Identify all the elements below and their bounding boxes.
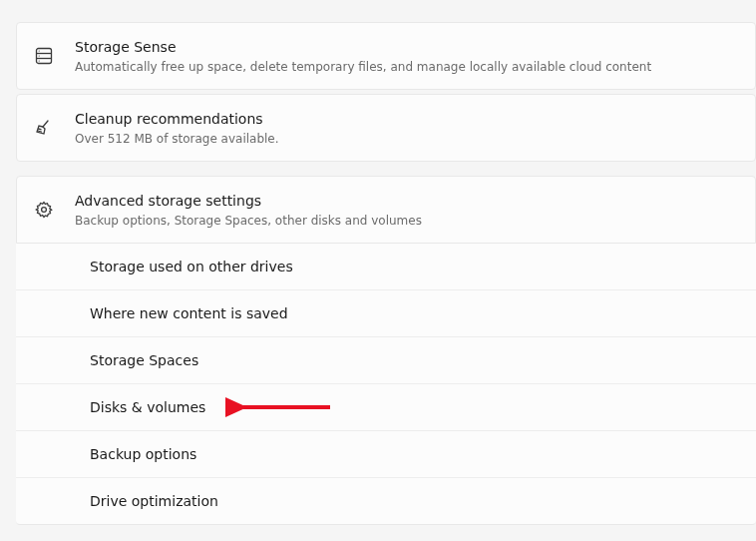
svg-point-4 <box>39 55 40 56</box>
card-text: Advanced storage settings Backup options… <box>75 191 735 229</box>
advanced-storage-expander[interactable]: Advanced storage settings Backup options… <box>16 176 756 244</box>
sub-item-storage-used-other-drives[interactable]: Storage used on other drives <box>16 244 756 290</box>
broom-icon <box>33 117 55 139</box>
sub-item-label: Backup options <box>90 446 736 462</box>
svg-point-5 <box>39 60 40 61</box>
storage-sense-card[interactable]: Storage Sense Automatically free up spac… <box>16 22 756 90</box>
sub-item-disks-volumes[interactable]: Disks & volumes <box>16 384 756 431</box>
settings-storage-page: Storage Sense Automatically free up spac… <box>0 22 756 525</box>
card-subtitle: Over 512 MB of storage available. <box>75 131 735 147</box>
sub-item-label: Storage Spaces <box>90 352 736 368</box>
sub-item-backup-options[interactable]: Backup options <box>16 431 756 478</box>
cleanup-recommendations-card[interactable]: Cleanup recommendations Over 512 MB of s… <box>16 94 756 162</box>
sub-item-label: Where new content is saved <box>90 305 736 321</box>
card-title: Advanced storage settings <box>75 191 735 211</box>
svg-line-6 <box>43 121 48 127</box>
card-text: Storage Sense Automatically free up spac… <box>75 37 735 75</box>
svg-point-9 <box>42 208 47 213</box>
sub-item-where-new-content[interactable]: Where new content is saved <box>16 290 756 337</box>
sub-item-label: Disks & volumes <box>90 399 736 415</box>
svg-line-7 <box>39 129 42 130</box>
card-subtitle: Backup options, Storage Spaces, other di… <box>75 213 735 229</box>
sub-item-label: Drive optimization <box>90 493 736 509</box>
card-subtitle: Automatically free up space, delete temp… <box>75 59 735 75</box>
sub-item-label: Storage used on other drives <box>90 259 736 274</box>
svg-point-3 <box>39 50 40 51</box>
disk-icon <box>33 45 55 67</box>
card-title: Storage Sense <box>75 37 735 57</box>
card-text: Cleanup recommendations Over 512 MB of s… <box>75 109 735 147</box>
gear-icon <box>33 199 55 221</box>
advanced-storage-subitems: Storage used on other drives Where new c… <box>16 244 756 525</box>
sub-item-drive-optimization[interactable]: Drive optimization <box>16 478 756 525</box>
card-title: Cleanup recommendations <box>75 109 735 129</box>
sub-item-storage-spaces[interactable]: Storage Spaces <box>16 337 756 384</box>
